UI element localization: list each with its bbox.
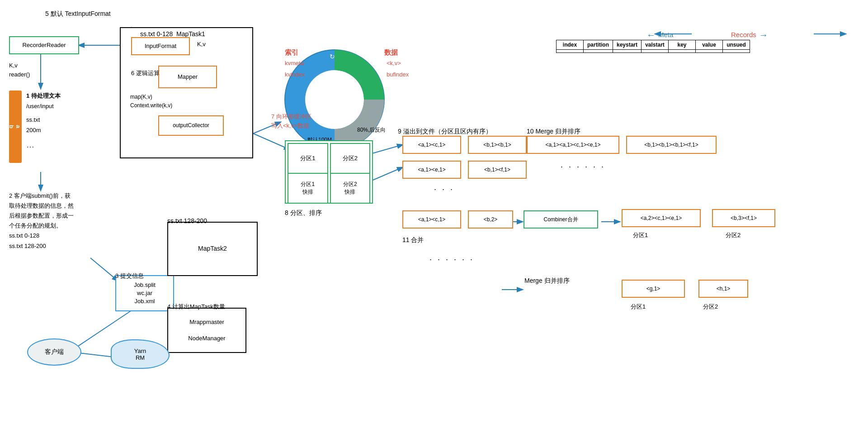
cell (557, 50, 584, 53)
map-func-label: map(K,v) Context.write(k,v) (130, 93, 172, 110)
step6-label: 6 逻辑运算 (131, 69, 160, 78)
merge3-label: Merge 归并排序 (524, 276, 570, 286)
client-ellipse: 客户端 (27, 338, 81, 366)
recorder-reader-box: RecorderReader (9, 36, 79, 54)
partition1-label-merge2: 分区1 (633, 231, 648, 240)
kv-reader-label: K,v reader() (9, 61, 30, 79)
col-partition: partition (584, 40, 613, 50)
yarn-rm-ellipse: Yarn RM (111, 339, 170, 369)
data-label-red: 数据 (384, 48, 398, 58)
percent-80-label: 80%,后反向 (357, 126, 386, 134)
merge2-col2: <b,3><f,1> (712, 209, 775, 227)
meta-records-table: index partition keystart valstart key va… (556, 40, 750, 53)
step4-label: 4 计算出MapTask数量 (167, 302, 225, 311)
mapper-box: Mapper (158, 66, 217, 88)
dots2-label: · · · · · · (561, 161, 605, 173)
kvindex-label: kvindex (285, 70, 305, 79)
partition2-label-merge2: 分区2 (726, 231, 741, 240)
seg2-col1: <a,1><c,1> (402, 210, 461, 229)
merge3-col1: <g,1> (622, 280, 685, 298)
inputformat-box: InputFormat (131, 37, 190, 55)
seg2-col2: <b,2> (468, 210, 513, 229)
spill-row1-col2: <b,1><b,1> (468, 136, 527, 154)
cell (723, 50, 750, 53)
col-key: key (669, 40, 696, 50)
step1-text: 1 待处理文本 /user/input ss.txt 200m … (26, 91, 61, 152)
dots1-label: · · · (434, 183, 454, 195)
svg-line-7 (90, 258, 118, 281)
col-valstart: valstart (642, 40, 669, 50)
spill-row2-col1: <a,1><e,1> (402, 161, 461, 179)
kv-data-label: <k,v> (387, 59, 401, 68)
step8-label: 8 分区、排序 (285, 208, 322, 218)
step9-label: 9 溢出到文件（分区且区内有序） (398, 127, 492, 136)
diagram: 5 默认 TextInputFormat RecorderReader ss.t… (0, 0, 868, 424)
kvmeta-label: kvmeta (285, 59, 304, 68)
partition-container: 分区1 分区2 分区1 快排 分区2 快排 (285, 140, 373, 204)
step7-label: 7 向环形缓冲区 写入<k,v>数据 (271, 112, 311, 130)
col-keystart: keystart (613, 40, 642, 50)
spill-row2-col2: <b,1><f,1> (468, 161, 527, 179)
cell (696, 50, 723, 53)
partition1-label-merge3: 分区1 (631, 302, 646, 311)
partition2-box: 分区2 (330, 143, 371, 174)
cell (584, 50, 613, 53)
step3-box: Job.split wc.jar Job.xml (115, 275, 174, 311)
col-index: index (557, 40, 584, 50)
partition1-box: 分区1 (288, 143, 328, 174)
step10-label: 10 Merge 归并排序 (527, 127, 580, 136)
cell (669, 50, 696, 53)
step4-box: Mrappmaster NodeManager (167, 308, 246, 353)
partition2-label-merge3: 分区2 (703, 302, 718, 311)
index-label-red: 索引 (285, 48, 298, 58)
cell (613, 50, 642, 53)
svg-point-22 (305, 70, 364, 129)
maptask2-outer-box: MapTask2 (167, 222, 258, 276)
merge2-col1: <a,2><c,1><e,1> (622, 209, 701, 227)
step2-label: 2 客户端submit()前，获 取待处理数据的信息，然 后根据参数配置，形成一… (9, 181, 113, 251)
output-collector-box: outputCollector (158, 115, 224, 136)
svg-line-13 (371, 167, 402, 181)
bufindex-label: bufindex (387, 70, 409, 79)
merge1-col2: <b,1><b,1><b,1><f,1> (626, 136, 717, 154)
col-unsued: unsued (723, 40, 750, 50)
merge3-col2: <h,1> (698, 280, 748, 298)
dots3-label: · · · · · · (429, 253, 474, 266)
svg-text:↻: ↻ (330, 53, 335, 60)
maptask2-label: ss.txt 128-200 (167, 216, 207, 226)
step3-label: 3 提交信息 (115, 272, 144, 281)
spill-row1-col1: <a,1><c,1> (402, 136, 461, 154)
merge1-col1: <a,1><a,1><c,1><e,1> (527, 136, 619, 154)
col-value: value (696, 40, 723, 50)
cell (642, 50, 669, 53)
step11-label: 11 合并 (402, 235, 424, 245)
partition1-sort-box: 分区1 快排 (288, 173, 328, 204)
kv-label: K,v (197, 40, 206, 49)
step5-label: 5 默认 TextInputFormat (45, 9, 111, 19)
partition2-sort-box: 分区2 快排 (330, 173, 371, 204)
combiner-box: Combiner合并 (524, 210, 598, 229)
